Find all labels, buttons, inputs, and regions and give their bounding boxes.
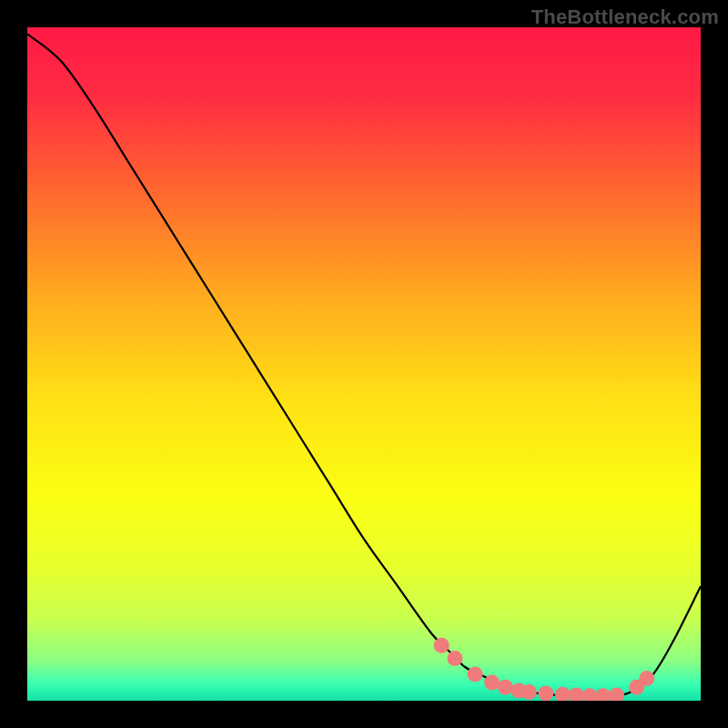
- data-marker: [447, 651, 462, 666]
- data-marker: [639, 671, 654, 686]
- data-marker: [609, 688, 624, 703]
- bottleneck-chart: [0, 0, 728, 728]
- data-marker: [569, 688, 584, 703]
- data-marker: [434, 638, 450, 653]
- data-marker: [555, 687, 571, 703]
- plot-background: [27, 27, 701, 701]
- chart-frame: { "watermark": "TheBottleneck.com", "plo…: [0, 0, 728, 728]
- data-marker: [595, 688, 611, 703]
- data-marker: [484, 675, 500, 691]
- data-marker: [468, 667, 483, 682]
- data-marker: [498, 680, 513, 695]
- data-marker: [521, 684, 537, 700]
- data-marker: [581, 688, 597, 703]
- data-marker: [538, 685, 553, 701]
